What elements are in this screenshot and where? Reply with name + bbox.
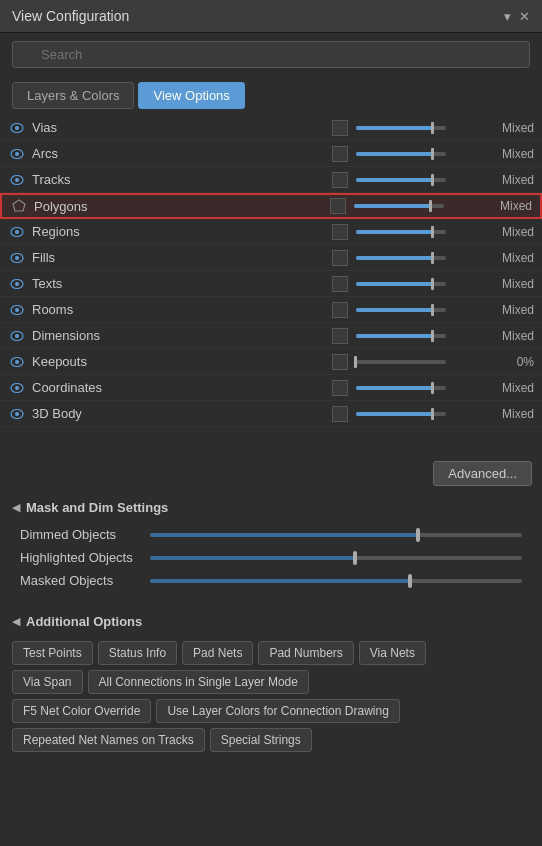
- table-row[interactable]: ViasMixed: [0, 115, 542, 141]
- row-slider[interactable]: [356, 282, 486, 286]
- row-slider[interactable]: [356, 178, 486, 182]
- dim-row: Highlighted Objects: [20, 550, 522, 565]
- mask-dim-title: Mask and Dim Settings: [26, 500, 168, 515]
- row-slider[interactable]: [356, 230, 486, 234]
- row-value: Mixed: [494, 407, 534, 421]
- svg-point-12: [15, 282, 19, 286]
- additional-option-button[interactable]: Status Info: [98, 641, 177, 665]
- row-slider[interactable]: [354, 204, 484, 208]
- row-name: Dimensions: [32, 328, 332, 343]
- search-input[interactable]: [12, 41, 530, 68]
- table-row[interactable]: TextsMixed: [0, 271, 542, 297]
- table-row[interactable]: CoordinatesMixed: [0, 375, 542, 401]
- row-slider[interactable]: [356, 256, 486, 260]
- titlebar: View Configuration ▾ ✕: [0, 0, 542, 33]
- additional-option-button[interactable]: Test Points: [12, 641, 93, 665]
- dim-slider-track[interactable]: [150, 556, 522, 560]
- dim-slider-track[interactable]: [150, 579, 522, 583]
- additional-option-button[interactable]: Via Nets: [359, 641, 426, 665]
- additional-option-button[interactable]: F5 Net Color Override: [12, 699, 151, 723]
- row-value: Mixed: [494, 251, 534, 265]
- row-value: Mixed: [494, 381, 534, 395]
- table-row[interactable]: ArcsMixed: [0, 141, 542, 167]
- row-name: Coordinates: [32, 380, 332, 395]
- advanced-button[interactable]: Advanced...: [433, 461, 532, 486]
- row-slider[interactable]: [356, 308, 486, 312]
- row-slider[interactable]: [356, 386, 486, 390]
- row-checkbox[interactable]: [332, 302, 348, 318]
- dim-settings: Dimmed ObjectsHighlighted ObjectsMasked …: [0, 521, 542, 606]
- polygon-icon: [10, 197, 28, 215]
- additional-option-button[interactable]: All Connections in Single Layer Mode: [88, 670, 309, 694]
- tab-layers-colors[interactable]: Layers & Colors: [12, 82, 134, 109]
- additional-option-button[interactable]: Via Span: [12, 670, 83, 694]
- dim-row: Dimmed Objects: [20, 527, 522, 542]
- eye-icon: [8, 223, 26, 241]
- row-value: Mixed: [494, 173, 534, 187]
- close-button[interactable]: ✕: [519, 9, 530, 24]
- svg-point-1: [15, 126, 19, 130]
- svg-point-3: [15, 152, 19, 156]
- table-row[interactable]: RoomsMixed: [0, 297, 542, 323]
- row-name: Regions: [32, 224, 332, 239]
- row-value: 0%: [494, 355, 534, 369]
- additional-option-button[interactable]: Pad Nets: [182, 641, 253, 665]
- dim-slider-track[interactable]: [150, 533, 522, 537]
- table-row[interactable]: Keepouts0%: [0, 349, 542, 375]
- row-checkbox[interactable]: [332, 224, 348, 240]
- additional-option-button[interactable]: Pad Numbers: [258, 641, 353, 665]
- additional-option-button[interactable]: Repeated Net Names on Tracks: [12, 728, 205, 752]
- row-checkbox[interactable]: [332, 406, 348, 422]
- dim-row: Masked Objects: [20, 573, 522, 588]
- row-checkbox[interactable]: [330, 198, 346, 214]
- row-checkbox[interactable]: [332, 276, 348, 292]
- additional-option-button[interactable]: Special Strings: [210, 728, 312, 752]
- eye-icon: [8, 327, 26, 345]
- row-value: Mixed: [494, 329, 534, 343]
- row-checkbox[interactable]: [332, 250, 348, 266]
- additional-section-header: ◀ Additional Options: [0, 606, 542, 635]
- row-slider[interactable]: [356, 152, 486, 156]
- row-checkbox[interactable]: [332, 328, 348, 344]
- table-row[interactable]: FillsMixed: [0, 245, 542, 271]
- additional-btn-row: Test PointsStatus InfoPad NetsPad Number…: [12, 641, 530, 665]
- row-name: Fills: [32, 250, 332, 265]
- row-name: Polygons: [34, 199, 330, 214]
- row-value: Mixed: [494, 121, 534, 135]
- pin-button[interactable]: ▾: [504, 9, 511, 24]
- row-value: Mixed: [494, 147, 534, 161]
- tab-bar: Layers & Colors View Options: [0, 76, 542, 115]
- row-checkbox[interactable]: [332, 172, 348, 188]
- row-slider[interactable]: [356, 412, 486, 416]
- additional-btn-row: F5 Net Color OverrideUse Layer Colors fo…: [12, 699, 530, 723]
- row-checkbox[interactable]: [332, 146, 348, 162]
- svg-point-18: [15, 360, 19, 364]
- mask-dim-section-header: ◀ Mask and Dim Settings: [0, 492, 542, 521]
- eye-icon: [8, 301, 26, 319]
- svg-point-5: [15, 178, 19, 182]
- table-row[interactable]: RegionsMixed: [0, 219, 542, 245]
- additional-option-button[interactable]: Use Layer Colors for Connection Drawing: [156, 699, 399, 723]
- table-row[interactable]: PolygonsMixed: [0, 193, 542, 219]
- row-slider[interactable]: [356, 334, 486, 338]
- eye-icon: [8, 405, 26, 423]
- row-checkbox[interactable]: [332, 354, 348, 370]
- svg-point-22: [15, 412, 19, 416]
- tab-view-options[interactable]: View Options: [138, 82, 244, 109]
- row-slider[interactable]: [356, 126, 486, 130]
- eye-icon: [8, 171, 26, 189]
- table-row[interactable]: TracksMixed: [0, 167, 542, 193]
- row-checkbox[interactable]: [332, 120, 348, 136]
- row-name: Rooms: [32, 302, 332, 317]
- eye-icon: [8, 145, 26, 163]
- table-area: ViasMixedArcsMixedTracksMixedPolygonsMix…: [0, 115, 542, 455]
- additional-title: Additional Options: [26, 614, 142, 629]
- panel-title: View Configuration: [12, 8, 129, 24]
- row-checkbox[interactable]: [332, 380, 348, 396]
- row-name: Keepouts: [32, 354, 332, 369]
- table-scroll[interactable]: ViasMixedArcsMixedTracksMixedPolygonsMix…: [0, 115, 542, 455]
- row-slider[interactable]: [356, 360, 486, 364]
- row-value: Mixed: [494, 303, 534, 317]
- table-row[interactable]: DimensionsMixed: [0, 323, 542, 349]
- table-row[interactable]: 3D BodyMixed: [0, 401, 542, 427]
